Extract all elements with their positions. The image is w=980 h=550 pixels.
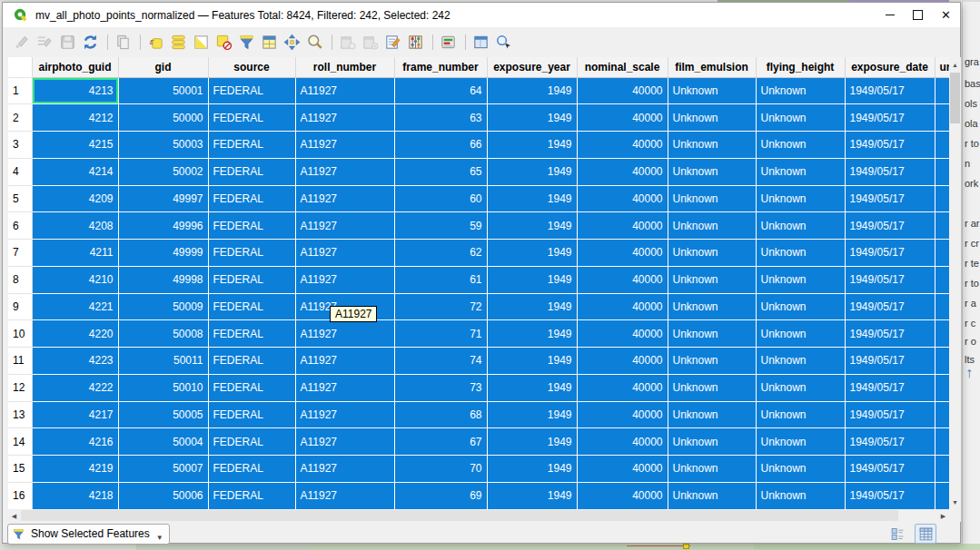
- table-cell-airphoto_guid[interactable]: 4222: [32, 374, 118, 401]
- table-cell-airphoto_guid[interactable]: 4216: [32, 428, 118, 456]
- zoom-to-selection-icon[interactable]: [304, 32, 324, 52]
- row-number[interactable]: 15: [8, 456, 32, 483]
- table-cell-roll_number[interactable]: A11927: [295, 374, 394, 401]
- table-cell-frame_number[interactable]: 68: [394, 401, 487, 428]
- table-cell-roll_number[interactable]: A11927: [295, 320, 394, 348]
- table-cell-flying_height[interactable]: Unknown: [756, 456, 845, 483]
- table-cell-film_emulsion[interactable]: Unknown: [668, 374, 756, 401]
- table-cell-un_truncated[interactable]: [935, 456, 949, 483]
- table-cell-nominal_scale[interactable]: 40000: [577, 348, 668, 375]
- table-cell-frame_number[interactable]: 59: [394, 212, 487, 240]
- table-cell-frame_number[interactable]: 70: [394, 456, 487, 483]
- table-cell-nominal_scale[interactable]: 40000: [577, 456, 668, 483]
- table-cell-film_emulsion[interactable]: Unknown: [668, 320, 756, 348]
- select-all-corner[interactable]: [8, 57, 32, 77]
- table-cell-film_emulsion[interactable]: Unknown: [668, 212, 756, 240]
- table-cell-exposure_year[interactable]: 1949: [487, 374, 577, 401]
- table-cell-exposure_date[interactable]: 1949/05/17: [845, 320, 935, 348]
- table-cell-airphoto_guid[interactable]: 4210: [32, 266, 118, 293]
- table-cell-frame_number[interactable]: 63: [394, 104, 487, 132]
- maximize-button[interactable]: [904, 3, 932, 27]
- table-cell-film_emulsion[interactable]: Unknown: [668, 158, 756, 185]
- table-cell-nominal_scale[interactable]: 40000: [577, 240, 668, 267]
- column-header-film_emulsion[interactable]: film_emulsion: [668, 57, 756, 77]
- table-cell-flying_height[interactable]: Unknown: [756, 293, 845, 320]
- table-cell-film_emulsion[interactable]: Unknown: [668, 185, 756, 212]
- table-cell-roll_number[interactable]: A11927: [295, 428, 394, 456]
- table-cell-flying_height[interactable]: Unknown: [756, 158, 845, 185]
- table-cell-roll_number[interactable]: A11927: [295, 240, 394, 267]
- table-cell-un_truncated[interactable]: [935, 104, 949, 132]
- horizontal-scrollbar[interactable]: ◀ ▶: [8, 509, 949, 522]
- conditional-formatting-icon[interactable]: [438, 32, 458, 52]
- table-cell-un_truncated[interactable]: [935, 132, 949, 159]
- table-cell-source[interactable]: FEDERAL: [208, 293, 295, 320]
- column-header-gid[interactable]: gid: [118, 57, 208, 77]
- table-cell-exposure_date[interactable]: 1949/05/17: [845, 482, 935, 509]
- table-cell-film_emulsion[interactable]: Unknown: [668, 104, 756, 132]
- table-cell-exposure_year[interactable]: 1949: [487, 293, 577, 320]
- row-number[interactable]: 5: [8, 185, 32, 212]
- table-cell-source[interactable]: FEDERAL: [208, 266, 295, 293]
- table-cell-roll_number[interactable]: A11927: [295, 266, 394, 293]
- table-cell-frame_number[interactable]: 62: [394, 240, 487, 267]
- table-cell-gid[interactable]: 49999: [118, 240, 208, 267]
- table-cell-source[interactable]: FEDERAL: [208, 348, 295, 375]
- row-number[interactable]: 1: [8, 77, 32, 104]
- table-cell-source[interactable]: FEDERAL: [208, 132, 295, 159]
- table-cell-un_truncated[interactable]: [935, 320, 949, 348]
- table-cell-nominal_scale[interactable]: 40000: [577, 320, 668, 348]
- minimize-button[interactable]: [876, 3, 904, 27]
- table-cell-gid[interactable]: 50003: [118, 132, 208, 159]
- column-header-nominal_scale[interactable]: nominal_scale: [577, 57, 668, 77]
- row-number[interactable]: 9: [8, 293, 32, 320]
- row-number[interactable]: 4: [8, 158, 32, 185]
- table-cell-film_emulsion[interactable]: Unknown: [668, 132, 756, 159]
- table-cell-source[interactable]: FEDERAL: [208, 374, 295, 401]
- table-cell-source[interactable]: FEDERAL: [208, 320, 295, 348]
- table-cell-exposure_date[interactable]: 1949/05/17: [845, 77, 935, 104]
- table-cell-nominal_scale[interactable]: 40000: [577, 158, 668, 185]
- table-cell-roll_number[interactable]: A11927: [295, 212, 394, 240]
- table-cell-frame_number[interactable]: 60: [394, 185, 487, 212]
- table-cell-exposure_year[interactable]: 1949: [487, 401, 577, 428]
- table-cell-source[interactable]: FEDERAL: [208, 456, 295, 483]
- table-cell-source[interactable]: FEDERAL: [208, 77, 295, 104]
- row-number[interactable]: 12: [8, 374, 32, 401]
- table-cell-exposure_date[interactable]: 1949/05/17: [845, 266, 935, 293]
- table-cell-airphoto_guid[interactable]: 4221: [32, 293, 118, 320]
- table-cell-gid[interactable]: 49997: [118, 185, 208, 212]
- table-cell-un_truncated[interactable]: [935, 185, 949, 212]
- table-cell-gid[interactable]: 50009: [118, 293, 208, 320]
- table-cell-exposure_date[interactable]: 1949/05/17: [845, 132, 935, 159]
- table-cell-frame_number[interactable]: 65: [394, 158, 487, 185]
- table-cell-airphoto_guid[interactable]: 4209: [32, 185, 118, 212]
- table-cell-gid[interactable]: 49998: [118, 266, 208, 293]
- open-field-calculator-icon[interactable]: [382, 32, 402, 52]
- table-cell-source[interactable]: FEDERAL: [208, 401, 295, 428]
- vertical-scrollbar[interactable]: ▲ ▼: [949, 57, 961, 509]
- table-cell-exposure_date[interactable]: 1949/05/17: [845, 374, 935, 401]
- table-cell-frame_number[interactable]: 71: [394, 320, 487, 348]
- table-cell-nominal_scale[interactable]: 40000: [577, 401, 668, 428]
- table-cell-exposure_date[interactable]: 1949/05/17: [845, 158, 935, 185]
- form-view-toggle[interactable]: [886, 524, 908, 544]
- table-cell-film_emulsion[interactable]: Unknown: [668, 456, 756, 483]
- table-view-toggle[interactable]: [915, 524, 936, 544]
- table-cell-gid[interactable]: 50000: [118, 104, 208, 132]
- table-cell-un_truncated[interactable]: [935, 240, 949, 267]
- table-cell-gid[interactable]: 50010: [118, 374, 208, 401]
- table-cell-film_emulsion[interactable]: Unknown: [668, 240, 756, 267]
- table-cell-roll_number[interactable]: A11927: [295, 482, 394, 509]
- table-cell-un_truncated[interactable]: [935, 77, 949, 104]
- table-cell-exposure_year[interactable]: 1949: [487, 132, 577, 159]
- column-header-airphoto_guid[interactable]: airphoto_guid: [32, 57, 118, 77]
- table-cell-frame_number[interactable]: 69: [394, 482, 487, 509]
- table-cell-film_emulsion[interactable]: Unknown: [668, 348, 756, 375]
- table-cell-un_truncated[interactable]: [935, 401, 949, 428]
- table-cell-roll_number[interactable]: A11927: [295, 158, 394, 185]
- field-calculator-icon[interactable]: [405, 32, 425, 52]
- row-number[interactable]: 7: [8, 240, 32, 267]
- column-header-frame_number[interactable]: frame_number: [394, 57, 487, 77]
- table-cell-flying_height[interactable]: Unknown: [756, 374, 845, 401]
